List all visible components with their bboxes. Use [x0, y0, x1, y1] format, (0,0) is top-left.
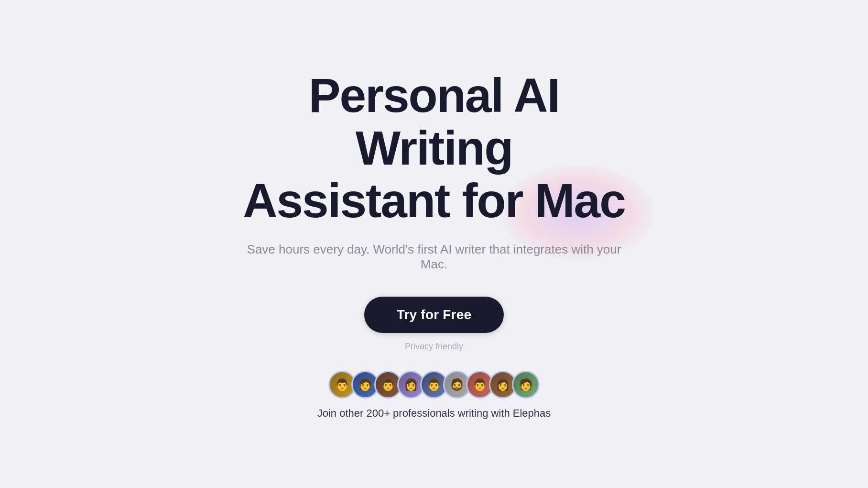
avatar: 🧑	[512, 371, 540, 399]
hero-section: Personal AI Writing Assistant for Mac Sa…	[219, 69, 649, 420]
main-headline: Personal AI Writing Assistant for Mac	[238, 69, 630, 227]
headline-line1: Personal AI Writing	[309, 68, 559, 175]
privacy-label: Privacy friendly	[405, 342, 463, 352]
subheadline-text: Save hours every day. World's first AI w…	[238, 242, 630, 272]
cta-button[interactable]: Try for Free	[364, 297, 504, 333]
avatars-row: 👨 🧑 👨 👩 👨 🧔 👨 👩 🧑	[328, 371, 540, 399]
headline-line2: Assistant for Mac	[243, 174, 625, 227]
social-proof-text: Join other 200+ professionals writing wi…	[317, 407, 551, 420]
